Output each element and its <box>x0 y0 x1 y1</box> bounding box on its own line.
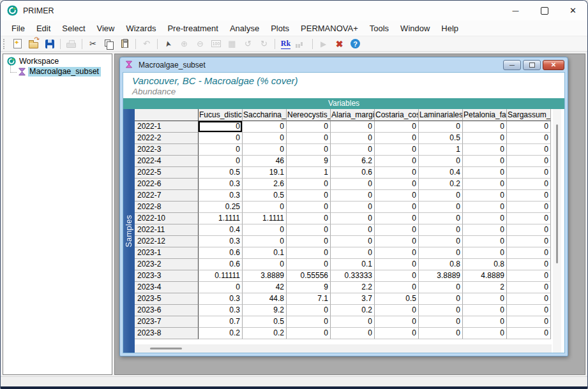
row-label[interactable]: 2022-7 <box>135 190 199 202</box>
data-cell[interactable]: 0 <box>463 224 507 236</box>
data-cell[interactable]: 0 <box>375 224 419 236</box>
data-cell[interactable]: 0 <box>375 328 419 339</box>
data-cell[interactable]: 2.2 <box>331 282 375 293</box>
data-cell[interactable]: 0 <box>463 156 507 167</box>
data-cell[interactable]: 0 <box>507 156 551 167</box>
data-cell[interactable]: 0 <box>199 144 243 156</box>
data-cell[interactable]: 0 <box>199 133 243 144</box>
data-cell[interactable]: 0 <box>331 224 375 236</box>
row-label[interactable]: 2022-6 <box>135 179 199 190</box>
data-cell[interactable]: 1.1111 <box>243 213 287 224</box>
column-header[interactable]: Nereocystis_ <box>287 109 331 121</box>
save-icon[interactable] <box>41 37 57 51</box>
data-cell[interactable]: 0 <box>287 328 331 339</box>
data-cell[interactable]: 1 <box>287 167 331 179</box>
data-cell[interactable]: 0.8 <box>419 259 463 270</box>
data-cell[interactable]: 0 <box>463 179 507 190</box>
rank-icon[interactable]: Rk <box>278 37 294 51</box>
data-cell[interactable]: 0 <box>243 224 287 236</box>
data-cell[interactable]: 0.2 <box>243 328 287 339</box>
column-header[interactable]: Laminariales_ <box>419 109 463 121</box>
data-cell[interactable]: 0.1 <box>331 259 375 270</box>
data-cell[interactable]: 0.3 <box>199 293 243 305</box>
row-label[interactable]: 2023-5 <box>135 293 199 305</box>
row-label[interactable]: 2022-10 <box>135 213 199 224</box>
data-cell[interactable]: 0 <box>287 316 331 328</box>
menu-help[interactable]: Help <box>435 22 464 35</box>
data-cell[interactable]: 0 <box>507 259 551 270</box>
data-cell[interactable]: 0 <box>507 328 551 339</box>
paste-icon[interactable] <box>117 37 133 51</box>
data-cell[interactable]: 0 <box>331 179 375 190</box>
data-cell[interactable]: 0 <box>463 247 507 259</box>
data-cell[interactable]: 0 <box>463 167 507 179</box>
data-cell[interactable]: 0 <box>375 259 419 270</box>
data-cell[interactable]: 0 <box>331 133 375 144</box>
data-cell[interactable]: 0 <box>419 202 463 213</box>
data-cell[interactable]: 0 <box>199 121 243 133</box>
data-cell[interactable]: 0 <box>507 293 551 305</box>
row-label[interactable]: 2022-2 <box>135 133 199 144</box>
data-cell[interactable]: 0 <box>419 190 463 202</box>
data-cell[interactable]: 0 <box>419 213 463 224</box>
data-cell[interactable]: 0.7 <box>199 316 243 328</box>
data-cell[interactable]: 0 <box>331 316 375 328</box>
data-cell[interactable]: 0 <box>463 213 507 224</box>
data-cell[interactable]: 0 <box>287 236 331 247</box>
data-cell[interactable]: 0.1 <box>243 247 287 259</box>
data-cell[interactable]: 0 <box>463 293 507 305</box>
row-label[interactable]: 2022-12 <box>135 236 199 247</box>
data-cell[interactable]: 0.2 <box>419 179 463 190</box>
data-cell[interactable]: 0 <box>375 305 419 316</box>
data-cell[interactable]: 0 <box>419 328 463 339</box>
row-label[interactable]: 2022-8 <box>135 202 199 213</box>
data-cell[interactable]: 0 <box>375 270 419 282</box>
data-cell[interactable]: 7.1 <box>287 293 331 305</box>
data-cell[interactable]: 0 <box>287 121 331 133</box>
menu-edit[interactable]: Edit <box>31 22 56 35</box>
data-cell[interactable]: 2.6 <box>243 179 287 190</box>
data-cell[interactable]: 9 <box>287 282 331 293</box>
new-workspace-icon[interactable]: ✦ <box>10 37 26 51</box>
data-cell[interactable]: 3.8889 <box>419 270 463 282</box>
data-cell[interactable]: 0 <box>507 190 551 202</box>
data-cell[interactable]: 0 <box>287 305 331 316</box>
data-cell[interactable]: 0.2 <box>331 305 375 316</box>
column-header[interactable]: Costaria_cost <box>375 109 419 121</box>
row-label[interactable]: 2022-11 <box>135 224 199 236</box>
data-cell[interactable]: 0 <box>463 202 507 213</box>
column-header[interactable]: Saccharina_la <box>243 109 287 121</box>
row-label[interactable]: 2022-4 <box>135 156 199 167</box>
data-cell[interactable]: 0 <box>419 293 463 305</box>
data-cell[interactable]: 0 <box>463 144 507 156</box>
copy-icon[interactable] <box>101 37 117 51</box>
data-cell[interactable]: 0.3 <box>199 305 243 316</box>
data-cell[interactable]: 0 <box>331 328 375 339</box>
minimize-icon[interactable] <box>501 1 530 20</box>
data-cell[interactable]: 9 <box>287 156 331 167</box>
row-label[interactable]: 2023-1 <box>135 247 199 259</box>
data-cell[interactable]: 0 <box>507 167 551 179</box>
column-header[interactable]: Alaria_margin <box>331 109 375 121</box>
data-cell[interactable]: 0 <box>375 179 419 190</box>
row-label[interactable]: 2023-2 <box>135 259 199 270</box>
data-cell[interactable]: 0 <box>507 213 551 224</box>
data-cell[interactable]: 0 <box>243 121 287 133</box>
data-cell[interactable]: 0 <box>243 259 287 270</box>
row-label[interactable]: 2023-4 <box>135 282 199 293</box>
data-cell[interactable]: 0.4 <box>419 167 463 179</box>
data-cell[interactable]: 0 <box>419 121 463 133</box>
tree-item-macroalgae-subset[interactable]: Macroalgae_subset <box>10 67 110 77</box>
row-label[interactable]: 2022-3 <box>135 144 199 156</box>
data-cell[interactable]: 0 <box>375 316 419 328</box>
data-cell[interactable]: 0 <box>331 247 375 259</box>
data-cell[interactable]: 0 <box>243 236 287 247</box>
data-cell[interactable]: 0 <box>507 202 551 213</box>
data-cell[interactable]: 0 <box>287 247 331 259</box>
data-cell[interactable]: 0 <box>331 202 375 213</box>
data-cell[interactable]: 0.2 <box>199 328 243 339</box>
child-minimize-icon[interactable] <box>503 60 521 70</box>
data-cell[interactable]: 0 <box>507 316 551 328</box>
data-cell[interactable]: 0 <box>507 270 551 282</box>
row-label[interactable]: 2023-8 <box>135 328 199 339</box>
